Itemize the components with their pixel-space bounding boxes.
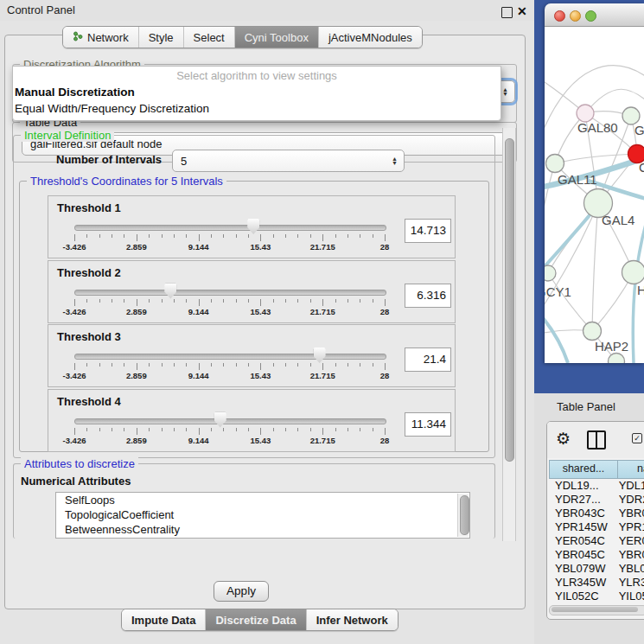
close-traffic-light-icon[interactable] (554, 10, 565, 22)
tick-label: 15.43 (251, 371, 271, 380)
node-gal11[interactable] (546, 155, 564, 173)
table-row[interactable]: YPR145WYPR14 (549, 520, 644, 534)
node-hap2[interactable] (583, 322, 602, 341)
tab-infer-network[interactable]: Infer Network (306, 609, 398, 630)
column-header-name[interactable]: na (618, 460, 644, 479)
menu-item-equal-width-frequency[interactable]: Equal Width/Frequency Discretization (15, 102, 209, 115)
tick-label: 15.43 (251, 307, 271, 316)
settings-scrollbar-thumb[interactable] (505, 138, 514, 462)
node-gcy1[interactable] (545, 265, 556, 281)
checkbox-icon[interactable]: ✓ (632, 433, 642, 443)
table-row[interactable]: YDR27...YDR27 (549, 493, 644, 507)
tab-style[interactable]: Style (138, 27, 183, 48)
close-icon[interactable]: ✕ (517, 4, 527, 18)
threshold-slider-track[interactable] (74, 290, 386, 296)
node-ga[interactable] (622, 107, 640, 124)
cell-shared-name[interactable]: YPR145W (549, 520, 619, 534)
control-panel-titlebar: Control Panel ✕ (0, 0, 534, 21)
network-canvas[interactable]: GAL80 GA C GAL11 GAL4 GCY1 H HAP2 (545, 27, 644, 363)
threshold-value-field[interactable]: 11.344 (405, 412, 451, 437)
cell-name[interactable]: YBR04 (619, 548, 644, 562)
apply-button[interactable]: Apply (214, 581, 269, 602)
cell-shared-name[interactable]: YBR043C (549, 507, 619, 520)
table-row[interactable]: YBL079WYBL07 (549, 562, 644, 576)
interval-definition-label: Interval Definition (21, 129, 114, 142)
node-pink[interactable] (577, 105, 594, 122)
cell-name[interactable]: YDR27 (619, 493, 644, 507)
tab-network[interactable]: Network (63, 27, 138, 48)
cell-name[interactable]: YIL05 (619, 590, 644, 603)
node-h[interactable] (622, 261, 644, 284)
table-row[interactable]: YER054CYER05 (549, 534, 644, 548)
network-window[interactable]: GAL80 GA C GAL11 GAL4 GCY1 H HAP2 (545, 3, 644, 363)
gear-icon[interactable]: ⚙ (556, 429, 571, 448)
table-row[interactable]: YIL052CYIL05 (549, 590, 644, 603)
cell-shared-name[interactable]: YDL19... (549, 479, 619, 493)
threshold-slider-track[interactable] (74, 225, 386, 231)
attribute-list-item[interactable]: BetweennessCentrality (56, 522, 469, 537)
tick-mark (236, 234, 237, 238)
threshold-slider-thumb[interactable] (247, 219, 259, 234)
menu-item-manual-discretization[interactable]: Manual Discretization (15, 86, 135, 99)
cell-shared-name[interactable]: YER054C (549, 534, 619, 548)
threshold-slider-thumb[interactable] (214, 412, 226, 428)
tick-label: 9.144 (188, 371, 209, 380)
cell-name[interactable]: YBL07 (619, 562, 644, 576)
attribute-list-item[interactable]: SelfLoops (56, 493, 469, 507)
tab-cyni-toolbox[interactable]: Cyni Toolbox (234, 27, 318, 48)
cell-name[interactable]: YER05 (619, 534, 644, 548)
cell-shared-name[interactable]: YIL052C (549, 590, 619, 603)
minimize-traffic-light-icon[interactable] (570, 10, 581, 22)
cell-name[interactable]: YPR14 (619, 520, 644, 534)
attribute-list-item[interactable]: TopologicalCoefficient (56, 507, 469, 522)
tab-jactivemnodules[interactable]: jActiveMNodules (318, 27, 422, 48)
threshold-value-field[interactable]: 6.316 (405, 284, 451, 308)
cell-shared-name[interactable]: YBR045C (549, 548, 619, 562)
tick-mark (273, 234, 274, 238)
table-row[interactable]: YLR345WYLR34 (549, 576, 644, 590)
float-window-icon[interactable] (501, 7, 513, 18)
number-of-intervals-select[interactable]: 5 ▲▼ (172, 150, 405, 172)
tick-mark (285, 428, 286, 431)
tick-mark (162, 299, 163, 303)
tick-mark (174, 234, 175, 238)
tab-impute-data[interactable]: Impute Data (122, 609, 205, 630)
threshold-value-field[interactable]: 21.4 (405, 348, 451, 372)
table-panel-title: Table Panel (557, 400, 615, 413)
cell-name[interactable]: YDL19 (619, 479, 644, 493)
cell-shared-name[interactable]: YDR27... (549, 493, 619, 507)
cell-name[interactable]: YBR04 (619, 507, 644, 520)
zoom-traffic-light-icon[interactable] (585, 10, 596, 22)
settings-scrollbar[interactable] (502, 128, 516, 541)
table-row[interactable]: YDL19...YDL19 (549, 479, 644, 493)
table-hscrollbar-thumb[interactable] (552, 607, 638, 612)
attributes-scrollbar-thumb[interactable] (460, 495, 469, 535)
cell-name[interactable]: YLR34 (619, 576, 644, 590)
tick-mark (373, 299, 373, 303)
panel-title: Control Panel (7, 3, 75, 16)
threshold-slider-track[interactable] (74, 418, 386, 424)
attributes-scrollbar[interactable] (457, 494, 469, 537)
tick-mark (186, 428, 187, 431)
threshold-slider-track[interactable] (74, 354, 386, 360)
network-window-titlebar[interactable] (545, 3, 644, 27)
cell-shared-name[interactable]: YBL079W (549, 562, 619, 576)
table-row[interactable]: YBR043CYBR04 (549, 507, 644, 520)
table-row[interactable]: YBR045CYBR04 (549, 548, 644, 562)
numerical-attributes-list[interactable]: SelfLoopsTopologicalCoefficientBetweenne… (55, 492, 470, 539)
right-region: GAL80 GA C GAL11 GAL4 GCY1 H HAP2 Table … (534, 0, 644, 644)
threshold-value-field[interactable]: 14.713 (405, 219, 451, 243)
top-tab-strip: NetworkStyleSelectCyni ToolboxjActiveMNo… (62, 26, 423, 48)
tick-mark (335, 363, 336, 367)
table-hscrollbar[interactable] (549, 605, 644, 615)
threshold-slider-thumb[interactable] (164, 284, 176, 299)
tab-select[interactable]: Select (183, 27, 234, 48)
column-header-shared-name[interactable]: shared... (549, 460, 618, 479)
tick-mark (199, 299, 200, 306)
cell-shared-name[interactable]: YLR345W (549, 576, 619, 590)
threshold-slider-thumb[interactable] (314, 348, 326, 363)
tick-mark (211, 363, 212, 367)
tab-discretize-data[interactable]: Discretize Data (205, 609, 305, 630)
tick-label: 28 (380, 436, 390, 445)
column-view-icon[interactable] (587, 430, 606, 450)
